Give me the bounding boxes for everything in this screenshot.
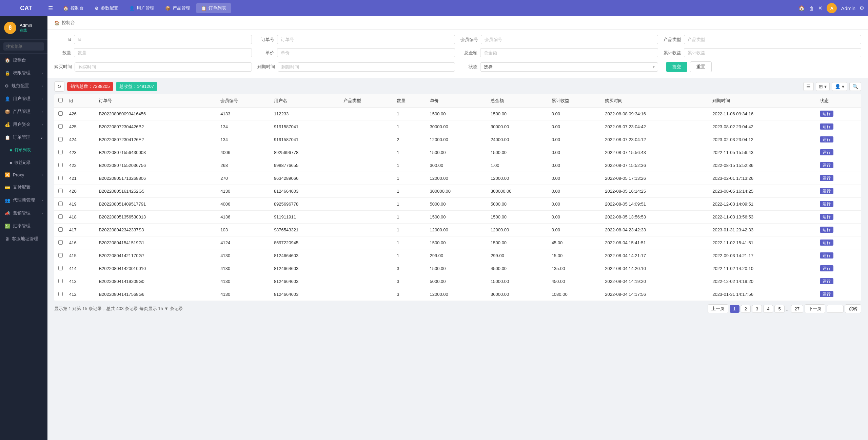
row-checkbox[interactable]	[58, 253, 63, 257]
bill-icon: 💹	[5, 224, 10, 229]
sidebar-item-server[interactable]: 🖥 客服地址管理	[0, 232, 47, 245]
filter-label-orderno: 订单号	[257, 37, 274, 43]
filter-input-id[interactable]	[74, 35, 252, 44]
grid-view-button[interactable]: ⊞ ▾	[816, 82, 830, 91]
row-checkbox[interactable]	[58, 240, 63, 245]
cell-memberno: 4006	[218, 198, 271, 211]
filter-input-total[interactable]	[480, 48, 658, 57]
home-icon[interactable]: 🏠	[798, 5, 805, 11]
cell-expiry: 2022-11-05 15:56:43	[710, 146, 817, 159]
user-view-button[interactable]: 👤 ▾	[832, 82, 847, 91]
page-2-button[interactable]: 2	[741, 305, 751, 313]
sidebar-item-product-mgmt[interactable]: 📦 产品管理 ›	[0, 105, 47, 118]
sidebar-item-order-mgmt[interactable]: 📋 订单管理 ∨	[0, 131, 47, 144]
cell-producttype	[341, 211, 394, 224]
sidebar-item-marketing[interactable]: 📣 营销管理 ›	[0, 207, 47, 219]
chevron-right-icon: ›	[42, 211, 43, 215]
sidebar-item-order-list[interactable]: ■ 订单列表	[0, 144, 47, 156]
row-checkbox[interactable]	[58, 292, 63, 296]
cell-price: 1500.00	[427, 108, 488, 120]
filter-input-orderno[interactable]	[277, 35, 455, 44]
page-27-button[interactable]: 27	[791, 305, 803, 313]
sidebar-item-agent[interactable]: 👥 代理商管理 ›	[0, 194, 47, 207]
list-view-button[interactable]: ☰	[803, 82, 814, 91]
status-badge: 运行	[820, 162, 833, 168]
nav-item-users[interactable]: 👤 用户管理	[124, 3, 159, 13]
cell-total: 15000.00	[488, 275, 549, 288]
prev-page-button[interactable]: 上一页	[708, 304, 728, 313]
search-table-button[interactable]: 🔍	[849, 82, 861, 91]
filter-input-purchase[interactable]	[75, 62, 252, 72]
nav-item-orders[interactable]: 📋 订单列表	[196, 3, 231, 13]
row-checkbox[interactable]	[58, 202, 63, 206]
cell-orderno: B202208071556430003	[96, 146, 218, 159]
cell-income: 0.00	[549, 185, 603, 198]
cell-price: 12000.00	[427, 133, 488, 146]
delete-icon[interactable]: 🗑	[809, 5, 814, 11]
sidebar-item-revenue[interactable]: ■ 收益记录	[0, 156, 47, 169]
submit-button[interactable]: 提交	[666, 62, 687, 72]
table-body: 426 B202208080093416456 4133 112233 1 15…	[54, 108, 861, 301]
settings-icon: ⚙	[5, 83, 9, 89]
row-checkbox[interactable]	[58, 214, 63, 219]
sidebar-item-bill[interactable]: 💹 汇率管理	[0, 219, 47, 232]
row-checkbox[interactable]	[58, 189, 63, 193]
page-4-button[interactable]: 4	[763, 305, 773, 313]
settings-icon[interactable]: ⚙	[860, 5, 864, 11]
cell-memberno: 4130	[218, 185, 271, 198]
row-checkbox[interactable]	[58, 266, 63, 270]
main-content: 🏠 控制台 Id 订单号 会员编号 产品类型	[47, 16, 868, 440]
row-checkbox[interactable]	[58, 111, 63, 116]
page-jump-input[interactable]	[827, 305, 844, 313]
table-row: 423 B202208071556430003 4006 8925696778 …	[54, 146, 861, 159]
cell-purchase: 2022-08-04 14:19:20	[602, 275, 710, 288]
status-badge: 运行	[820, 227, 833, 233]
row-checkbox[interactable]	[58, 279, 63, 283]
close-icon[interactable]: ✕	[818, 5, 823, 11]
order-list-icon: ■	[9, 148, 12, 153]
sidebar-item-user-funds[interactable]: 💰 用户资金 ›	[0, 118, 47, 131]
sidebar-item-auth[interactable]: 🔒 权限管理 ›	[0, 66, 47, 79]
menu-toggle-icon[interactable]: ☰	[48, 5, 53, 12]
sidebar-item-proxy[interactable]: 🔀 Proxy ›	[0, 169, 47, 181]
refresh-button[interactable]: ↻	[54, 81, 64, 92]
filter-label-memberno: 会员编号	[460, 37, 478, 43]
page-5-button[interactable]: 5	[774, 305, 784, 313]
page-3-button[interactable]: 3	[752, 305, 762, 313]
nav-item-products[interactable]: 📦 产品管理	[160, 3, 195, 13]
filter-input-producttype[interactable]	[684, 35, 861, 44]
cell-qty: 1	[394, 172, 427, 185]
filter-input-income[interactable]	[684, 48, 861, 57]
next-page-button[interactable]: 下一页	[805, 304, 825, 313]
users-icon: 👤	[129, 6, 135, 11]
sidebar-item-user-mgmt[interactable]: 👤 用户管理 ›	[0, 92, 47, 105]
marketing-icon: 📣	[5, 211, 10, 216]
nav-item-params[interactable]: ⚙ 参数配置	[90, 3, 123, 13]
sidebar-item-settings[interactable]: ⚙ 规范配置 ›	[0, 79, 47, 92]
row-checkbox[interactable]	[58, 163, 63, 167]
nav-item-dashboard[interactable]: 🏠 控制台	[58, 3, 88, 13]
filter-input-qty[interactable]	[74, 48, 252, 57]
page-jump-button[interactable]: 跳转	[845, 304, 861, 313]
filter-input-price[interactable]	[277, 48, 455, 57]
col-income: 累计收益	[549, 94, 603, 108]
sidebar-item-dashboard[interactable]: 🏠 控制台	[0, 54, 47, 66]
sidebar-item-payment[interactable]: 💳 支付配置	[0, 181, 47, 194]
reset-button[interactable]: 重置	[690, 61, 712, 72]
search-input[interactable]	[3, 42, 44, 51]
cell-qty: 1	[394, 159, 427, 172]
row-checkbox[interactable]	[58, 124, 63, 129]
cell-expiry: 2023-01-31 14:17:56	[710, 288, 817, 301]
row-checkbox[interactable]	[58, 176, 63, 180]
filter-input-expiry[interactable]	[278, 62, 455, 72]
row-checkbox[interactable]	[58, 227, 63, 232]
cell-qty: 1	[394, 224, 427, 236]
row-checkbox[interactable]	[58, 150, 63, 154]
select-all-checkbox[interactable]	[58, 98, 63, 102]
filter-select-status[interactable]: 选择 运行 停止	[480, 62, 658, 72]
filter-input-memberno[interactable]	[481, 35, 658, 44]
cell-orderno: B202208042342337S3	[96, 224, 218, 236]
cell-price: 1500.00	[427, 236, 488, 249]
row-checkbox[interactable]	[58, 137, 63, 141]
page-1-button[interactable]: 1	[730, 305, 739, 313]
